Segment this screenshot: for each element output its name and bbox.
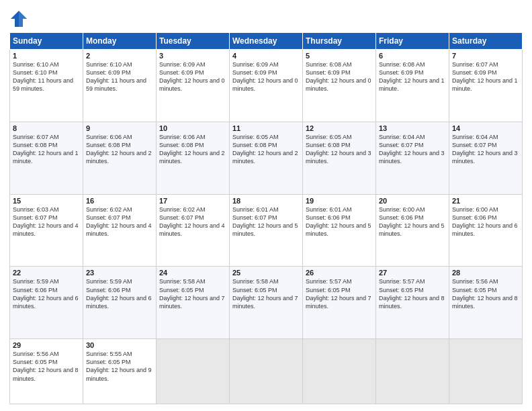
- day-number: 6: [379, 52, 446, 60]
- calendar-week-row: 15Sunrise: 6:03 AM Sunset: 6:07 PM Dayli…: [10, 194, 523, 267]
- day-info: Sunrise: 6:06 AM Sunset: 6:08 PM Dayligh…: [86, 133, 153, 166]
- day-number: 13: [379, 124, 446, 132]
- calendar-week-row: 1Sunrise: 6:10 AM Sunset: 6:10 PM Daylig…: [10, 50, 523, 122]
- day-number: 18: [232, 197, 300, 205]
- day-number: 28: [452, 269, 519, 277]
- day-info: Sunrise: 6:02 AM Sunset: 6:07 PM Dayligh…: [86, 205, 153, 238]
- day-number: 8: [13, 124, 80, 132]
- day-number: 1: [13, 52, 80, 60]
- day-number: 19: [306, 197, 373, 205]
- calendar-cell: 7Sunrise: 6:07 AM Sunset: 6:09 PM Daylig…: [449, 50, 523, 122]
- day-info: Sunrise: 5:57 AM Sunset: 6:05 PM Dayligh…: [306, 277, 373, 310]
- calendar-cell: 4Sunrise: 6:09 AM Sunset: 6:09 PM Daylig…: [230, 50, 303, 122]
- day-info: Sunrise: 5:58 AM Sunset: 6:05 PM Dayligh…: [232, 277, 300, 310]
- calendar-cell: 13Sunrise: 6:04 AM Sunset: 6:07 PM Dayli…: [376, 122, 449, 194]
- day-number: 10: [159, 124, 226, 132]
- day-info: Sunrise: 6:00 AM Sunset: 6:06 PM Dayligh…: [452, 205, 519, 238]
- day-info: Sunrise: 6:07 AM Sunset: 6:08 PM Dayligh…: [13, 133, 80, 166]
- day-info: Sunrise: 6:08 AM Sunset: 6:09 PM Dayligh…: [306, 60, 373, 93]
- day-info: Sunrise: 5:58 AM Sunset: 6:05 PM Dayligh…: [159, 277, 226, 310]
- calendar-table: SundayMondayTuesdayWednesdayThursdayFrid…: [9, 32, 523, 404]
- calendar-header-monday: Monday: [83, 33, 157, 50]
- day-info: Sunrise: 5:57 AM Sunset: 6:05 PM Dayligh…: [379, 277, 446, 310]
- day-info: Sunrise: 5:59 AM Sunset: 6:06 PM Dayligh…: [13, 277, 80, 310]
- logo: [9, 9, 30, 28]
- calendar-header-saturday: Saturday: [449, 33, 523, 50]
- calendar-cell: [230, 339, 303, 404]
- calendar-cell: 26Sunrise: 5:57 AM Sunset: 6:05 PM Dayli…: [303, 267, 376, 339]
- day-number: 4: [232, 52, 300, 60]
- calendar-cell: 15Sunrise: 6:03 AM Sunset: 6:07 PM Dayli…: [10, 194, 83, 267]
- calendar-header-friday: Friday: [376, 33, 449, 50]
- day-number: 27: [379, 269, 446, 277]
- day-info: Sunrise: 5:56 AM Sunset: 6:05 PM Dayligh…: [13, 350, 80, 383]
- calendar-header-wednesday: Wednesday: [230, 33, 303, 50]
- calendar-header-sunday: Sunday: [10, 33, 83, 50]
- calendar-cell: 11Sunrise: 6:05 AM Sunset: 6:08 PM Dayli…: [230, 122, 303, 194]
- calendar-cell: 2Sunrise: 6:10 AM Sunset: 6:09 PM Daylig…: [83, 50, 157, 122]
- day-info: Sunrise: 6:04 AM Sunset: 6:07 PM Dayligh…: [379, 133, 446, 166]
- calendar-cell: 28Sunrise: 5:56 AM Sunset: 6:05 PM Dayli…: [449, 267, 523, 339]
- day-number: 25: [232, 269, 300, 277]
- day-number: 2: [86, 52, 153, 60]
- calendar-header-tuesday: Tuesday: [157, 33, 230, 50]
- calendar-header-row: SundayMondayTuesdayWednesdayThursdayFrid…: [10, 33, 523, 50]
- calendar-cell: 12Sunrise: 6:05 AM Sunset: 6:08 PM Dayli…: [303, 122, 376, 194]
- day-number: 3: [159, 52, 226, 60]
- calendar-week-row: 29Sunrise: 5:56 AM Sunset: 6:05 PM Dayli…: [10, 339, 523, 404]
- day-number: 11: [232, 124, 300, 132]
- day-info: Sunrise: 6:00 AM Sunset: 6:06 PM Dayligh…: [379, 205, 446, 238]
- calendar-cell: 1Sunrise: 6:10 AM Sunset: 6:10 PM Daylig…: [10, 50, 83, 122]
- day-info: Sunrise: 6:10 AM Sunset: 6:09 PM Dayligh…: [86, 60, 153, 93]
- day-info: Sunrise: 5:55 AM Sunset: 6:05 PM Dayligh…: [86, 350, 153, 383]
- day-info: Sunrise: 5:59 AM Sunset: 6:06 PM Dayligh…: [86, 277, 153, 310]
- day-info: Sunrise: 6:01 AM Sunset: 6:07 PM Dayligh…: [232, 205, 300, 238]
- calendar-cell: 22Sunrise: 5:59 AM Sunset: 6:06 PM Dayli…: [10, 267, 83, 339]
- day-number: 12: [306, 124, 373, 132]
- calendar-cell: 23Sunrise: 5:59 AM Sunset: 6:06 PM Dayli…: [83, 267, 157, 339]
- calendar-cell: 6Sunrise: 6:08 AM Sunset: 6:09 PM Daylig…: [376, 50, 449, 122]
- day-number: 29: [13, 341, 80, 349]
- day-number: 7: [452, 52, 519, 60]
- calendar-cell: 21Sunrise: 6:00 AM Sunset: 6:06 PM Dayli…: [449, 194, 523, 267]
- day-info: Sunrise: 6:09 AM Sunset: 6:09 PM Dayligh…: [232, 60, 300, 93]
- day-number: 9: [86, 124, 153, 132]
- day-info: Sunrise: 6:07 AM Sunset: 6:09 PM Dayligh…: [452, 60, 519, 93]
- calendar-header-thursday: Thursday: [303, 33, 376, 50]
- calendar-cell: 30Sunrise: 5:55 AM Sunset: 6:05 PM Dayli…: [83, 339, 157, 404]
- logo-icon: [9, 9, 28, 28]
- day-info: Sunrise: 6:01 AM Sunset: 6:06 PM Dayligh…: [306, 205, 373, 238]
- day-number: 14: [452, 124, 519, 132]
- calendar-cell: 14Sunrise: 6:04 AM Sunset: 6:07 PM Dayli…: [449, 122, 523, 194]
- day-number: 15: [13, 197, 80, 205]
- calendar-cell: [449, 339, 523, 404]
- day-number: 16: [86, 197, 153, 205]
- calendar-cell: 5Sunrise: 6:08 AM Sunset: 6:09 PM Daylig…: [303, 50, 376, 122]
- calendar-cell: 24Sunrise: 5:58 AM Sunset: 6:05 PM Dayli…: [157, 267, 230, 339]
- day-number: 26: [306, 269, 373, 277]
- day-number: 24: [159, 269, 226, 277]
- day-info: Sunrise: 6:10 AM Sunset: 6:10 PM Dayligh…: [13, 60, 80, 93]
- day-info: Sunrise: 6:03 AM Sunset: 6:07 PM Dayligh…: [13, 205, 80, 238]
- day-info: Sunrise: 6:05 AM Sunset: 6:08 PM Dayligh…: [306, 133, 373, 166]
- calendar-cell: 8Sunrise: 6:07 AM Sunset: 6:08 PM Daylig…: [10, 122, 83, 194]
- page: SundayMondayTuesdayWednesdayThursdayFrid…: [0, 0, 532, 411]
- day-info: Sunrise: 6:08 AM Sunset: 6:09 PM Dayligh…: [379, 60, 446, 93]
- day-number: 22: [13, 269, 80, 277]
- header: [9, 7, 523, 28]
- calendar-cell: 29Sunrise: 5:56 AM Sunset: 6:05 PM Dayli…: [10, 339, 83, 404]
- day-info: Sunrise: 6:04 AM Sunset: 6:07 PM Dayligh…: [452, 133, 519, 166]
- calendar-cell: 20Sunrise: 6:00 AM Sunset: 6:06 PM Dayli…: [376, 194, 449, 267]
- day-number: 21: [452, 197, 519, 205]
- calendar-cell: 3Sunrise: 6:09 AM Sunset: 6:09 PM Daylig…: [157, 50, 230, 122]
- calendar-cell: [157, 339, 230, 404]
- calendar-cell: 25Sunrise: 5:58 AM Sunset: 6:05 PM Dayli…: [230, 267, 303, 339]
- svg-marker-1: [19, 11, 27, 27]
- day-number: 23: [86, 269, 153, 277]
- calendar-cell: [303, 339, 376, 404]
- day-info: Sunrise: 5:56 AM Sunset: 6:05 PM Dayligh…: [452, 277, 519, 310]
- day-number: 5: [306, 52, 373, 60]
- day-number: 20: [379, 197, 446, 205]
- calendar-week-row: 8Sunrise: 6:07 AM Sunset: 6:08 PM Daylig…: [10, 122, 523, 194]
- calendar-cell: [376, 339, 449, 404]
